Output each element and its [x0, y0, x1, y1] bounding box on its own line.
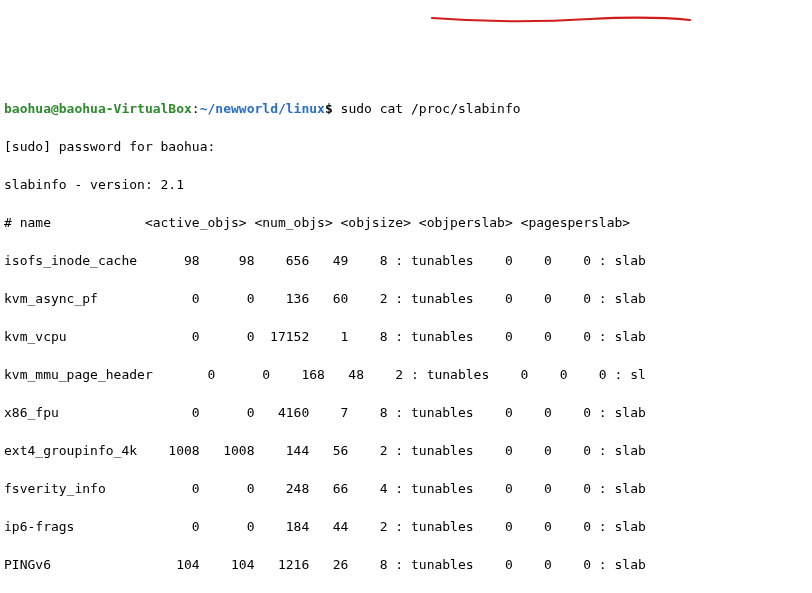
table-row: ext4_groupinfo_4k 1008 1008 144 56 2 : t…	[4, 441, 808, 460]
table-row: kvm_vcpu 0 0 17152 1 8 : tunables 0 0 0 …	[4, 327, 808, 346]
terminal-output: baohua@baohua-VirtualBox:~/newworld/linu…	[4, 80, 808, 593]
prompt-host: baohua-VirtualBox	[59, 101, 192, 116]
table-row: x86_fpu 0 0 4160 7 8 : tunables 0 0 0 : …	[4, 403, 808, 422]
prompt-colon: :	[192, 101, 200, 116]
prompt-at: @	[51, 101, 59, 116]
red-underline-annotation	[430, 14, 700, 26]
prompt-line: baohua@baohua-VirtualBox:~/newworld/linu…	[4, 99, 808, 118]
header-line: # name <active_objs> <num_objs> <objsize…	[4, 213, 808, 232]
table-row: fsverity_info 0 0 248 66 4 : tunables 0 …	[4, 479, 808, 498]
version-line: slabinfo - version: 2.1	[4, 175, 808, 194]
prompt-user: baohua	[4, 101, 51, 116]
table-row: kvm_mmu_page_header 0 0 168 48 2 : tunab…	[4, 365, 808, 384]
table-row: kvm_async_pf 0 0 136 60 2 : tunables 0 0…	[4, 289, 808, 308]
command-text: sudo cat /proc/slabinfo	[341, 101, 521, 116]
table-row: isofs_inode_cache 98 98 656 49 8 : tunab…	[4, 251, 808, 270]
sudo-password-line: [sudo] password for baohua:	[4, 137, 808, 156]
table-row: PINGv6 104 104 1216 26 8 : tunables 0 0 …	[4, 555, 808, 574]
table-row: ip6-frags 0 0 184 44 2 : tunables 0 0 0 …	[4, 517, 808, 536]
prompt-dollar: $	[325, 101, 341, 116]
prompt-path: ~/newworld/linux	[200, 101, 325, 116]
